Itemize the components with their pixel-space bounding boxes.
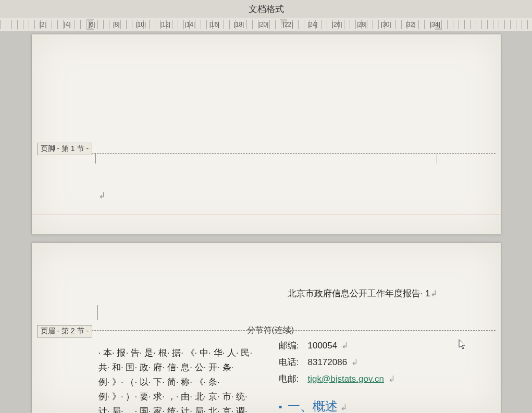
ruler-label: |22| [277,21,300,28]
ruler-labels: |2| |4| |6| |8| |10| |12| |14| |16| |18|… [31,21,447,28]
left-margin-crop [95,153,100,164]
left-margin-crop [97,305,102,320]
ruler-label: |28| [350,21,373,28]
page-gap [32,234,501,243]
horizontal-ruler[interactable]: |2| |4| |6| |8| |10| |12| |14| |16| |18|… [0,18,532,31]
footer-boundary-line [37,153,496,154]
ruler-label: |18| [228,21,251,28]
paragraph-mark-icon: ↲ [341,339,348,353]
ribbon-tab-bar: 文档格式 [0,0,532,18]
ruler-label: |2| [31,21,54,28]
body-text-left-column[interactable]: · 本· 报· 告· 是· 根· 据· 《· 中· 华· 人· 民· 共· 和·… [98,346,260,413]
ruler-label: |12| [154,21,177,28]
paragraph-mark-icon: ↲ [351,355,358,370]
body-text-right-column[interactable]: 邮编: 100054 ↲ 电话: 83172086 ↲ 电邮: tjgk@bjs… [279,339,456,413]
body-line: 计· 局· 、· 国· 家· 统· 计· 局· 北· 京· 调· [98,404,260,413]
contact-email-row: 电邮: tjgk@bjstats.gov.cn ↲ [279,372,456,386]
header-section-label: 页眉 - 第 2 节 - [37,325,93,337]
page-boundary-red-line [32,215,501,215]
paragraph-mark-icon: ↲ [430,289,437,298]
body-line: 共· 和· 国· 政· 府· 信· 息· 公· 开· 条· [98,360,260,375]
body-line: · 本· 报· 告· 是· 根· 据· 《· 中· 华· 人· 民· [98,346,260,360]
email-link[interactable]: tjgk@bjstats.gov.cn [308,372,384,386]
ruler-label: |14| [178,21,201,28]
ruler-label: |30| [375,21,398,28]
ruler-label: |24| [301,21,324,28]
body-line: 例· 》· ）· 要· 求· ，· 由· 北· 京· 市· 统· [98,390,260,404]
ruler-label: |32| [399,21,422,28]
ruler-label: |6| [80,21,103,28]
paragraph-mark-icon: ↲ [388,372,395,386]
ruler-label: |16| [203,21,226,28]
phone-label: 电话: [279,355,304,370]
ribbon-tab-document-format[interactable]: 文档格式 [249,3,284,15]
page-1[interactable]: 页脚 - 第 1 节 - ↲ [32,34,501,234]
ruler-label: |26| [326,21,349,28]
postal-label: 邮编: [279,339,304,353]
mouse-cursor-icon [459,340,466,350]
body-line: 例· 》· （· 以· 下· 简· 称· 《· 条· [98,375,260,390]
ruler-label: |8| [105,21,128,28]
ruler-label: |4| [56,21,79,28]
heading-one: 一、概述 [288,399,338,413]
section-break-label: 分节符(连续) [247,325,294,336]
postal-value: 100054 [308,339,338,353]
list-bullet-icon: ▪ [279,401,282,412]
ruler-label: |10| [129,21,152,28]
paragraph-mark-icon: ↲ [98,191,105,201]
header-right-text[interactable]: 北京市政府信息公开工作年度报告· 1↲ [288,287,437,299]
phone-value: 83172086 [308,355,348,370]
footer-section-label: 页脚 - 第 1 节 - [37,143,93,155]
email-label: 电邮: [279,372,304,386]
header-content: 北京市政府信息公开工作年度报告· 1 [288,289,430,298]
page-2[interactable]: 北京市政府信息公开工作年度报告· 1↲ 页眉 - 第 2 节 - 分节符(连续)… [32,243,501,413]
heading-row: ▪ 一、概述 ↲ [279,399,456,413]
ruler-label: |20| [252,21,275,28]
contact-postal-row: 邮编: 100054 ↲ [279,339,456,353]
right-margin-crop [432,153,437,164]
ruler-label: |34| [424,21,447,28]
paragraph-mark-icon: ↲ [340,403,347,412]
contact-phone-row: 电话: 83172086 ↲ [279,355,456,370]
